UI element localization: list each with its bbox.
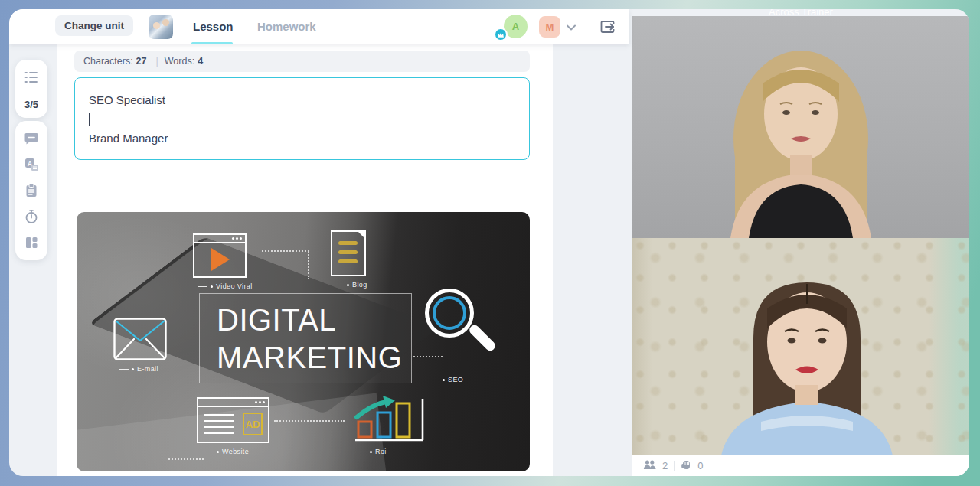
raised-hands-count: 0 [697, 460, 703, 471]
text-stats-bar: Characters: 27 | Words: 4 [74, 51, 530, 72]
site-line [204, 432, 234, 434]
editor-line: SEO Specialist [89, 90, 515, 109]
image-title-line2: MARKETING [217, 339, 411, 377]
dotted-connector [274, 420, 345, 422]
participants-icon [643, 459, 656, 473]
blog-icon [331, 230, 366, 276]
window-frame: Change unit Lesson Homework A M [0, 0, 980, 486]
editor-line: Brand Manager [89, 129, 515, 148]
website-ad-icon: AD [197, 397, 270, 443]
change-unit-button[interactable]: Change unit [55, 15, 133, 36]
characters-value: 27 [136, 56, 147, 67]
characters-label: Characters: [83, 56, 133, 67]
answer-textarea[interactable]: SEO Specialist Brand Manager [74, 77, 530, 160]
browser-bar [194, 242, 245, 243]
doc-line [338, 241, 358, 245]
digital-marketing-image: Video Viral Blog E-mail [77, 212, 530, 471]
timer-icon[interactable] [23, 208, 40, 225]
editor-caret-line [89, 109, 515, 129]
avatar-student[interactable]: M [539, 16, 560, 38]
magnifier-lens [433, 296, 466, 330]
translate-icon[interactable]: A [23, 156, 40, 173]
content-divider [74, 191, 530, 191]
image-title-box: DIGITAL MARKETING [199, 293, 412, 383]
dotted-connector [308, 252, 309, 279]
email-icon [113, 318, 167, 360]
site-line [204, 426, 234, 428]
site-line [204, 414, 234, 416]
browser-dots [255, 401, 265, 403]
roi-label: Roi [357, 448, 387, 455]
chat-icon[interactable] [23, 130, 40, 147]
tab-lesson[interactable]: Lesson [193, 9, 234, 44]
dotted-connector [168, 458, 204, 460]
blog-label: Blog [334, 281, 368, 289]
exit-lesson-button[interactable] [597, 16, 619, 38]
active-tab-underline [191, 42, 233, 44]
image-title-line1: DIGITAL [217, 302, 411, 339]
trainer-silhouette [632, 16, 969, 238]
play-icon [211, 248, 230, 271]
top-toolbar: Change unit Lesson Homework A M [9, 9, 629, 44]
page-fold [357, 230, 366, 240]
unit-thumbnail[interactable] [149, 15, 173, 39]
student-video[interactable] [632, 238, 969, 455]
lesson-steps-icon[interactable] [23, 69, 40, 86]
browser-bar [198, 406, 268, 407]
email-label: E-mail [119, 365, 158, 373]
layout-icon[interactable] [23, 234, 40, 251]
video-call-panel: Across Trainer [632, 9, 969, 476]
tab-homework[interactable]: Homework [257, 9, 316, 44]
roi-chart-icon [352, 394, 436, 445]
trainer-video[interactable] [632, 16, 969, 238]
chevron-down-icon[interactable] [565, 21, 577, 37]
clipboard-icon[interactable] [23, 182, 40, 199]
magnifier-handle [468, 323, 498, 353]
sidebar-progress-card: 3/5 [15, 60, 47, 118]
video-viral-icon [193, 233, 247, 278]
app-window: Change unit Lesson Homework A M [9, 9, 969, 476]
sidebar-tools-card: A [15, 121, 47, 260]
browser-dots [232, 237, 242, 240]
site-line [204, 420, 234, 422]
student-silhouette [632, 238, 969, 455]
doc-line [338, 259, 358, 263]
lesson-content-panel: Characters: 27 | Words: 4 SEO Specialist… [57, 44, 553, 476]
words-label: Words: [165, 56, 194, 67]
website-label: Website [204, 448, 249, 455]
status-divider [674, 461, 675, 471]
raised-hand-icon [681, 458, 691, 473]
video-status-bar: 2 0 [632, 455, 969, 476]
seo-label: SEO [443, 376, 463, 383]
participants-count: 2 [662, 460, 668, 471]
doc-line [338, 250, 358, 254]
toolbar-divider [586, 16, 586, 38]
words-value: 4 [198, 56, 203, 67]
ad-badge: AD [243, 413, 263, 435]
seo-magnifier-icon [425, 289, 474, 338]
text-cursor [89, 113, 90, 126]
dotted-connector [262, 250, 309, 252]
video-viral-label: Video Viral [198, 282, 253, 290]
stats-separator: | [156, 56, 158, 67]
crown-badge-icon [494, 28, 508, 41]
step-progress: 3/5 [24, 99, 38, 110]
dotted-connector [413, 356, 443, 357]
